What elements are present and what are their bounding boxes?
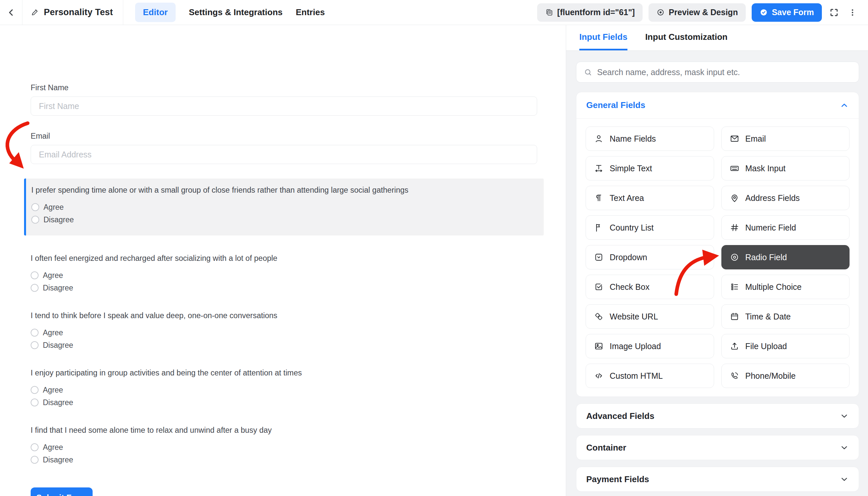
radio-button[interactable] (31, 399, 39, 406)
question-text: I prefer spending time alone or with a s… (31, 185, 544, 195)
chevron-down-icon (840, 475, 849, 484)
submit-form-button[interactable]: Submit Form (31, 487, 93, 496)
container-accordion[interactable]: Container (576, 435, 859, 460)
field-type-label: Dropdown (610, 253, 647, 262)
field-type-button[interactable]: Time & Date (721, 304, 850, 329)
field-type-label: Image Upload (610, 342, 661, 351)
radio-button[interactable] (31, 329, 39, 337)
question-block[interactable]: I often feel energized and recharged aft… (31, 253, 544, 293)
tab-editor[interactable]: Editor (135, 3, 176, 22)
field-type-button[interactable]: Check Box (585, 275, 714, 299)
radio-button[interactable] (31, 456, 39, 464)
radio-option-label: Agree (44, 203, 64, 212)
container-title: Container (586, 443, 626, 453)
map-pin-icon (730, 193, 740, 203)
field-type-button[interactable]: Address Fields (721, 186, 850, 210)
field-type-button[interactable]: Custom HTML (585, 363, 714, 388)
radio-button[interactable] (31, 386, 39, 394)
check-circle-icon (760, 8, 768, 16)
field-type-button[interactable]: Mask Input (721, 156, 850, 181)
field-type-button[interactable]: Radio Field (721, 245, 850, 269)
radio-button[interactable] (31, 443, 39, 451)
questions-list: I prefer spending time alone or with a s… (24, 179, 544, 465)
general-fields-header[interactable]: General Fields (576, 92, 859, 119)
radio-option-label: Disagree (43, 283, 73, 293)
user-icon (594, 134, 604, 144)
field-type-button[interactable]: Email (721, 126, 850, 151)
field-type-label: Email (745, 134, 766, 144)
question-text: I often feel energized and recharged aft… (31, 253, 544, 263)
field-type-button[interactable]: Country List (585, 215, 714, 240)
pencil-icon[interactable] (30, 8, 39, 17)
shortcode-button[interactable]: [fluentform id="61"] (537, 3, 643, 22)
top-right-actions: [fluentform id="61"] Preview & Design Sa… (537, 0, 859, 25)
keyboard-icon (730, 164, 740, 173)
fullscreen-button[interactable] (828, 6, 840, 19)
radio-option: Disagree (31, 340, 544, 350)
radio-option-label: Agree (43, 386, 63, 394)
question-block[interactable]: I find that I need some alone time to re… (31, 425, 544, 465)
editor-nav-tabs: Editor Settings & Integrations Entries (135, 0, 325, 25)
radio-button[interactable] (31, 341, 39, 349)
field-type-button[interactable]: File Upload (721, 334, 850, 358)
field-type-label: Time & Date (745, 312, 791, 322)
field-type-button[interactable]: Multiple Choice (721, 275, 850, 299)
radio-button[interactable] (31, 203, 39, 211)
field-type-button[interactable]: Phone/Mobile (721, 363, 850, 388)
field-type-button[interactable]: Image Upload (585, 334, 714, 358)
radio-button[interactable] (31, 272, 39, 279)
text-width-icon (594, 164, 604, 173)
tab-settings-integrations[interactable]: Settings & Integrations (189, 7, 283, 17)
first-name-input[interactable] (31, 96, 537, 115)
dropdown-icon (594, 252, 604, 262)
field-type-label: Numeric Field (745, 223, 796, 233)
chevron-down-icon (840, 443, 849, 452)
pilcrow-icon (594, 193, 604, 203)
form-title-wrap: Personality Test (22, 0, 123, 25)
field-type-button[interactable]: Text Area (585, 186, 714, 210)
radio-option-label: Disagree (43, 455, 73, 464)
field-type-button[interactable]: Simple Text (585, 156, 714, 181)
radio-button[interactable] (31, 216, 39, 223)
field-type-label: Multiple Choice (745, 282, 802, 292)
tab-entries[interactable]: Entries (295, 7, 324, 17)
radio-button[interactable] (31, 284, 39, 292)
field-type-button[interactable]: Website URL (585, 304, 714, 329)
radio-option-label: Agree (43, 443, 63, 452)
chevron-up-icon (840, 101, 849, 110)
field-search (576, 62, 859, 83)
field-type-label: Text Area (610, 193, 644, 203)
chevron-down-icon (840, 412, 849, 421)
back-button[interactable] (0, 0, 22, 25)
question-block[interactable]: I tend to think before I speak and value… (31, 311, 544, 350)
question-block[interactable]: I enjoy participating in group activitie… (31, 368, 544, 407)
calendar-icon (730, 312, 740, 322)
more-options-button[interactable] (846, 6, 859, 19)
radio-icon (730, 252, 740, 262)
tab-input-customization[interactable]: Input Customization (645, 25, 728, 50)
multi-choice-icon (730, 282, 740, 292)
question-text: I enjoy participating in group activitie… (31, 368, 544, 378)
field-type-button[interactable]: Numeric Field (721, 215, 850, 240)
field-type-label: File Upload (745, 342, 787, 351)
payment-fields-accordion[interactable]: Payment Fields (576, 467, 859, 492)
email-input[interactable] (31, 145, 537, 164)
preview-design-button[interactable]: Preview & Design (649, 3, 746, 22)
code-icon (594, 371, 604, 381)
tab-input-fields[interactable]: Input Fields (579, 25, 627, 50)
field-search-input[interactable] (597, 67, 852, 77)
advanced-fields-accordion[interactable]: Advanced Fields (576, 403, 859, 429)
field-type-button[interactable]: Dropdown (585, 245, 714, 269)
preview-design-label: Preview & Design (669, 7, 738, 17)
field-type-button[interactable]: Name Fields (585, 126, 714, 151)
field-type-label: Check Box (610, 282, 650, 292)
image-icon (594, 341, 604, 351)
radio-option: Agree (31, 202, 544, 212)
email-label: Email (31, 132, 544, 141)
question-block[interactable]: I prefer spending time alone or with a s… (24, 179, 544, 235)
phone-icon (730, 371, 740, 381)
save-form-button[interactable]: Save Form (752, 3, 822, 22)
kebab-menu-icon (848, 8, 857, 17)
chevron-left-icon (6, 7, 16, 17)
radio-option-label: Agree (43, 271, 63, 280)
